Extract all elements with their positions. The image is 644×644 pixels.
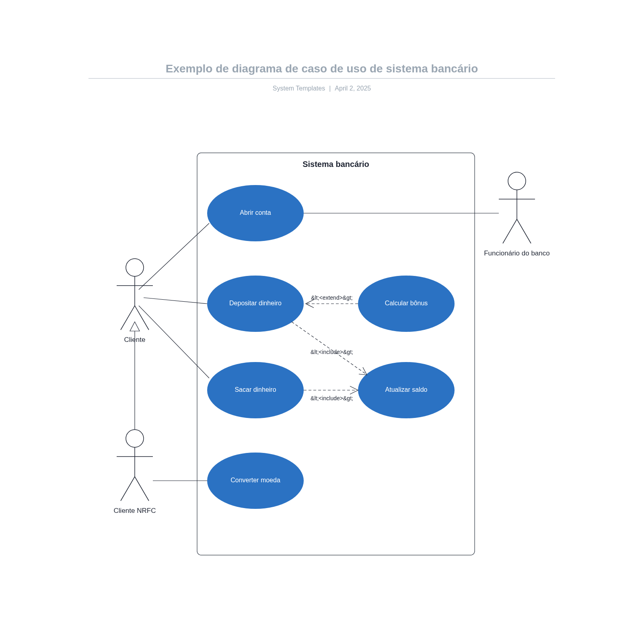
actor-cliente[interactable] (117, 259, 153, 330)
usecase-atualizar-saldo-label: Atualizar saldo (385, 386, 428, 393)
usecase-sacar-label: Sacar dinheiro (235, 386, 276, 393)
svg-line-8 (121, 477, 135, 501)
usecase-calcular-bonus-label: Calcular bônus (385, 300, 428, 307)
rel-include-sacar-label: &lt;<include>&gt; (311, 395, 353, 401)
rel-include-depositar-atualizar (292, 322, 366, 374)
generalization-arrowhead-icon (130, 322, 140, 331)
svg-line-14 (517, 219, 531, 243)
actor-funcionario[interactable] (499, 172, 535, 243)
diagram-subtitle: System Templates|April 2, 2025 (273, 85, 371, 92)
svg-line-13 (503, 219, 517, 243)
assoc-cliente-depositar (144, 298, 207, 304)
svg-point-10 (508, 172, 526, 190)
actor-cliente-nrfc[interactable] (117, 430, 153, 501)
svg-point-0 (126, 259, 144, 276)
rel-extend-label: &lt;<extend>&gt; (311, 294, 353, 301)
diagram-title: Exemplo de diagrama de caso de uso de si… (166, 62, 478, 75)
actor-funcionario-label: Funcionário do banco (484, 249, 550, 257)
usecase-depositar-label: Depositar dinheiro (229, 300, 282, 307)
actor-cliente-nrfc-label: Cliente NRFC (114, 507, 156, 514)
assoc-cliente-abrir (139, 223, 209, 290)
usecase-abrir-conta-label: Abrir conta (240, 209, 271, 216)
system-boundary-title: Sistema bancário (302, 160, 369, 169)
assoc-cliente-sacar (139, 306, 209, 378)
svg-point-5 (126, 430, 144, 447)
rel-include-depositar-label: &lt;<include>&gt; (311, 349, 353, 355)
rel-include-depositar-arrowhead-icon (359, 367, 367, 375)
svg-line-9 (135, 477, 149, 501)
usecase-converter-label: Converter moeda (230, 477, 280, 484)
